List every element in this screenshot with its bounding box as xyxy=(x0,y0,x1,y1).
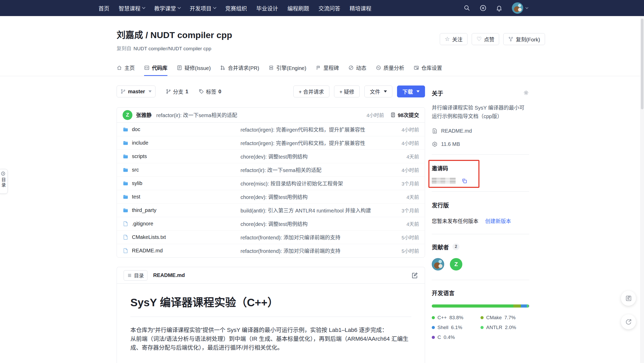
branch-selector[interactable]: master xyxy=(117,86,155,97)
releases-row: 您暂未发布任何版本 创建新版本 xyxy=(432,217,529,225)
file-name[interactable]: .gitignore xyxy=(132,221,153,227)
file-updated-time: 4小时前 xyxy=(385,139,419,146)
file-name[interactable]: src xyxy=(132,167,139,173)
chevron-down-icon xyxy=(213,6,216,9)
file-commit-message[interactable]: refactor(ir): 改一下sema相关的适配 xyxy=(240,166,385,174)
tab-quality[interactable]: 质量分析 xyxy=(376,60,404,76)
file-commit-message[interactable]: chore(dev): 调整test用例结构 xyxy=(240,193,385,201)
tab-home[interactable]: 主页 xyxy=(117,60,135,76)
tags-counter[interactable]: 标签0 xyxy=(199,88,221,95)
file-name[interactable]: sylib xyxy=(132,180,142,186)
file-commit-message[interactable]: refactor(irgen): 完善irgen代码和文档，提升扩展兼容性 xyxy=(240,139,385,147)
edit-icon[interactable] xyxy=(411,272,418,279)
file-name[interactable]: third_party xyxy=(132,207,157,213)
tab-milestones[interactable]: 里程碑 xyxy=(316,60,339,76)
divider xyxy=(432,154,529,155)
file-row[interactable]: sylib chore(misc): 按目录结构设计初始化工程骨架 3个月前 xyxy=(117,176,425,190)
committer-name[interactable]: 张雅静 xyxy=(136,111,152,119)
tab-code[interactable]: 代码库 xyxy=(144,60,167,76)
user-menu[interactable] xyxy=(512,2,528,14)
file-commit-message[interactable]: chore(dev): 调整test用例结构 xyxy=(240,220,385,227)
file-commit-message[interactable]: chore(misc): 按目录结构设计初始化工程骨架 xyxy=(240,180,385,187)
new-issue-button[interactable]: + 疑修 xyxy=(334,86,360,97)
fork-button[interactable]: 复刻(Fork) xyxy=(503,33,545,45)
toc-button[interactable]: 目录 xyxy=(124,270,147,281)
heart-icon: ♡ xyxy=(477,36,482,42)
file-commit-message[interactable]: refactor(irgen): 完善irgen代码和文档，提升扩展兼容性 xyxy=(240,126,385,133)
toc-side-tab[interactable]: 目录 xyxy=(0,169,8,194)
file-name[interactable]: include xyxy=(132,140,148,146)
readme-body: SysY 编译器课程实验（C++） 本仓库为“并行编译课程实验”提供一个 Sys… xyxy=(117,284,425,363)
download-button[interactable]: 下载 xyxy=(397,86,425,97)
forked-from-label: 复刻自 xyxy=(117,46,131,51)
new-pr-button[interactable]: + 合并请求 xyxy=(293,86,329,97)
file-menu-button[interactable]: 文件 xyxy=(364,86,392,97)
readme-card: 目录 README.md SysY 编译器课程实验（C++） 本仓库为“并行编译… xyxy=(117,267,425,363)
readme-paragraph: 本仓库为“并行编译课程实验”提供一个 SysY 编译器的最小可运行示例，实验按 … xyxy=(130,326,411,352)
create-release-link[interactable]: 创建新版本 xyxy=(485,217,511,225)
file-name[interactable]: doc xyxy=(132,126,140,132)
repo-size-row: 11.6 MB xyxy=(432,141,529,147)
feedback-float-button[interactable] xyxy=(621,291,636,306)
file-name[interactable]: test xyxy=(132,194,140,200)
language-legend: C++83.8% CMake7.7% Shell6.1% ANTLR2.0% C… xyxy=(432,315,529,340)
language-dot xyxy=(432,326,435,329)
file-row[interactable]: .gitignore chore(dev): 调整test用例结构 4天前 xyxy=(117,217,425,230)
language-segment xyxy=(513,304,521,308)
nav-item-home[interactable]: 首页 xyxy=(98,4,109,12)
file-commit-message[interactable]: build(antlr): 引入第三方 ANTLR4 runtime/tool … xyxy=(240,207,385,214)
tab-pull-requests[interactable]: 合并请求(PR) xyxy=(220,60,259,76)
pull-request-icon xyxy=(220,65,225,70)
nav-item-competitions[interactable]: 竞赛组织 xyxy=(225,4,247,12)
file-row[interactable]: test chore(dev): 调整test用例结构 4天前 xyxy=(117,190,425,203)
latest-commit-bar: Z 张雅静 refactor(ir): 改一下sema相关的适配 4小时前 98… xyxy=(117,108,425,123)
history-icon xyxy=(390,112,396,118)
nav-item-dev-projects[interactable]: 开发项目 xyxy=(190,4,216,12)
file-row[interactable]: CMakeLists.txt refactor(frontend): 添加对只编… xyxy=(117,230,425,244)
file-row[interactable]: doc refactor(irgen): 完善irgen代码和文档，提升扩展兼容… xyxy=(117,123,425,136)
watch-button[interactable]: ☆ 关注 xyxy=(440,33,468,45)
nav-item-classroom[interactable]: 教学课堂 xyxy=(154,4,180,12)
file-row[interactable]: include refactor(irgen): 完善irgen代码和文档，提升… xyxy=(117,136,425,150)
contributor-avatar[interactable] xyxy=(432,258,444,271)
file-row[interactable]: src refactor(ir): 改一下sema相关的适配 4小时前 xyxy=(117,163,425,176)
fork-source-link[interactable]: NUDT compiler/NUDT compiler cpp xyxy=(133,46,211,51)
share-float-button[interactable] xyxy=(621,314,636,329)
user-avatar[interactable] xyxy=(512,2,523,14)
tab-engine[interactable]: 引擎(Engine) xyxy=(268,60,306,76)
tab-settings[interactable]: 仓库设置 xyxy=(414,60,442,76)
search-icon[interactable] xyxy=(464,5,470,11)
commit-message-link[interactable]: refactor(ir): 改一下sema相关的适配 xyxy=(156,111,237,119)
file-name[interactable]: scripts xyxy=(132,153,147,159)
file-name[interactable]: CMakeLists.txt xyxy=(132,234,166,240)
gear-icon[interactable] xyxy=(523,90,529,96)
nav-item-qa[interactable]: 交流问答 xyxy=(319,4,340,12)
nav-item-graduation[interactable]: 毕业设计 xyxy=(256,4,278,12)
code-icon xyxy=(144,65,150,70)
quality-icon xyxy=(376,65,381,70)
file-commit-message[interactable]: refactor(frontend): 添加对只编译前端的支持 xyxy=(240,233,385,241)
file-commit-message[interactable]: chore(dev): 调整test用例结构 xyxy=(240,153,385,160)
file-name[interactable]: README.md xyxy=(132,248,163,254)
tab-activity[interactable]: 动态 xyxy=(348,60,366,76)
bell-icon[interactable] xyxy=(496,5,503,11)
committer-avatar[interactable]: Z xyxy=(123,110,132,120)
readme-link-row[interactable]: README.md xyxy=(432,128,529,134)
nav-item-training[interactable]: 精培课程 xyxy=(350,4,371,12)
like-button[interactable]: ♡ 点赞 xyxy=(472,33,499,45)
branches-counter[interactable]: 分支1 xyxy=(166,88,188,95)
nav-item-coding-practice[interactable]: 编程刷题 xyxy=(287,4,309,12)
contributor-avatar[interactable]: Z xyxy=(450,258,462,271)
file-row[interactable]: scripts chore(dev): 调整test用例结构 4天前 xyxy=(117,150,425,163)
commits-count-link[interactable]: 98次提交 xyxy=(390,111,419,119)
plus-circle-icon[interactable] xyxy=(480,5,486,11)
nav-item-smart-courses[interactable]: 智慧课程 xyxy=(119,4,145,12)
copy-icon[interactable] xyxy=(461,178,468,184)
chevron-right-circle-icon xyxy=(1,171,5,176)
scrollbar-thumb[interactable] xyxy=(641,19,643,109)
file-row[interactable]: third_party build(antlr): 引入第三方 ANTLR4 r… xyxy=(117,203,425,217)
file-commit-message[interactable]: refactor(frontend): 添加对只编译前端的支持 xyxy=(240,247,385,254)
engine-icon xyxy=(268,65,274,70)
file-row[interactable]: README.md refactor(frontend): 添加对只编译前端的支… xyxy=(117,244,425,257)
tab-issues[interactable]: 疑修(Issue) xyxy=(177,60,211,76)
